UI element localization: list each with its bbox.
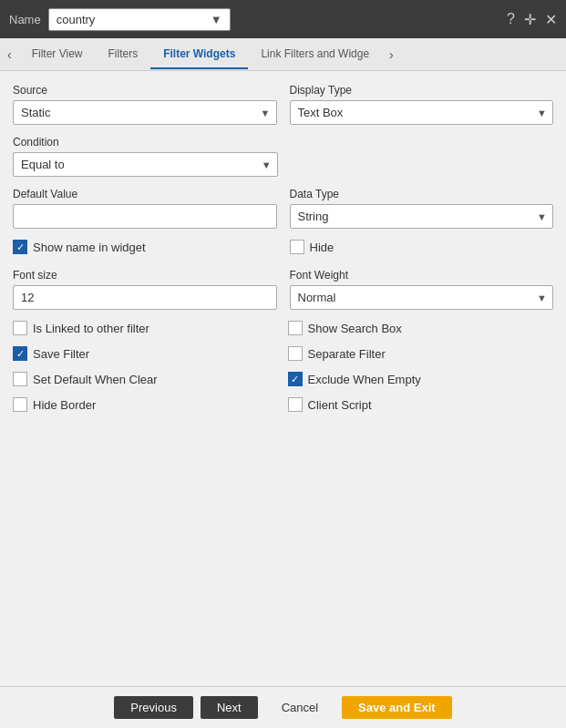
condition-label: Condition	[13, 136, 278, 149]
checkbox-grid: Is Linked to other filter Show Search Bo…	[13, 321, 553, 421]
data-type-col: Data Type String Integer Date ▼	[290, 188, 554, 229]
font-weight-col: Font Weight Normal Bold Light ▼	[290, 269, 554, 310]
footer: Previous Next Cancel Save and Exit	[0, 686, 566, 728]
move-icon[interactable]: ✛	[524, 11, 536, 28]
source-select[interactable]: Static Dynamic	[21, 106, 269, 119]
client-script-label: Client Script	[308, 398, 372, 412]
header: Name country ▼ ? ✛ ✕	[0, 0, 566, 38]
data-type-select-wrapper: String Integer Date ▼	[290, 204, 554, 229]
hide-checkbox[interactable]	[290, 240, 304, 254]
font-weight-label: Font Weight	[290, 269, 554, 282]
source-display-row: Source Static Dynamic ▼ Display Type Tex…	[13, 84, 553, 125]
save-filter-row: Save Filter	[13, 346, 279, 361]
default-datatype-row: Default Value Data Type String Integer D…	[13, 188, 553, 229]
is-linked-label: Is Linked to other filter	[33, 322, 149, 335]
default-value-col: Default Value	[13, 188, 277, 229]
exclude-empty-checkbox[interactable]	[288, 372, 303, 386]
default-value-input[interactable]	[13, 204, 277, 229]
font-row: Font size Font Weight Normal Bold Light …	[13, 269, 553, 310]
condition-select-wrapper: Equal to Contains ▼	[13, 152, 278, 177]
is-linked-checkbox[interactable]	[13, 321, 27, 335]
source-select-wrapper: Static Dynamic ▼	[13, 100, 277, 125]
header-icons: ? ✛ ✕	[507, 11, 557, 28]
set-default-row: Set Default When Clear	[13, 372, 279, 386]
display-type-select[interactable]: Text Box Dropdown	[298, 106, 546, 119]
display-type-col: Display Type Text Box Dropdown ▼	[290, 84, 554, 125]
name-dropdown[interactable]: country ▼	[48, 8, 231, 31]
tab-filter-view[interactable]: Filter View	[19, 40, 96, 69]
main-content: Source Static Dynamic ▼ Display Type Tex…	[0, 71, 566, 686]
name-dropdown-arrow: ▼	[211, 13, 222, 26]
hide-checkbox-label: Hide	[310, 241, 334, 254]
exclude-empty-label: Exclude When Empty	[308, 373, 421, 386]
hide-border-row: Hide Border	[13, 397, 279, 412]
font-weight-select-wrapper: Normal Bold Light ▼	[290, 285, 554, 310]
tab-filter-widgets[interactable]: Filter Widgets	[150, 40, 248, 69]
condition-col: Condition Equal to Contains ▼	[13, 136, 278, 177]
display-type-label: Display Type	[290, 84, 554, 97]
show-search-row: Show Search Box	[288, 321, 554, 335]
show-name-col: Show name in widget	[13, 240, 277, 263]
nav-next-arrow[interactable]: ›	[382, 40, 401, 69]
set-default-checkbox[interactable]	[13, 372, 27, 386]
is-linked-row: Is Linked to other filter	[13, 321, 279, 335]
default-value-label: Default Value	[13, 188, 277, 200]
nav-prev-arrow[interactable]: ‹	[0, 40, 19, 69]
close-icon[interactable]: ✕	[545, 11, 557, 28]
show-name-checkbox[interactable]	[13, 240, 27, 254]
show-name-hide-row: Show name in widget Hide	[13, 240, 553, 263]
save-filter-checkbox[interactable]	[13, 346, 27, 361]
hide-col: Hide	[290, 240, 554, 263]
save-exit-button[interactable]: Save and Exit	[342, 696, 452, 719]
show-name-checkbox-row: Show name in widget	[13, 240, 277, 254]
separate-filter-row: Separate Filter	[288, 346, 554, 361]
client-script-checkbox[interactable]	[288, 397, 303, 412]
show-search-label: Show Search Box	[308, 322, 402, 335]
font-weight-select[interactable]: Normal Bold Light	[298, 291, 546, 304]
save-filter-label: Save Filter	[33, 347, 89, 361]
exclude-empty-row: Exclude When Empty	[288, 372, 554, 386]
help-icon[interactable]: ?	[507, 11, 515, 28]
condition-select[interactable]: Equal to Contains	[21, 158, 270, 171]
set-default-label: Set Default When Clear	[33, 373, 158, 386]
font-size-input[interactable]	[13, 285, 277, 310]
tab-link-filters[interactable]: Link Filters and Widge	[248, 40, 382, 69]
client-script-row: Client Script	[288, 397, 554, 412]
font-size-col: Font size	[13, 269, 277, 310]
font-size-label: Font size	[13, 269, 277, 282]
next-button[interactable]: Next	[201, 696, 258, 719]
name-label: Name	[9, 13, 41, 26]
cancel-button[interactable]: Cancel	[265, 696, 334, 719]
separate-filter-checkbox[interactable]	[288, 346, 303, 361]
data-type-label: Data Type	[290, 188, 554, 200]
hide-checkbox-row: Hide	[290, 240, 554, 254]
condition-row: Condition Equal to Contains ▼	[13, 136, 553, 177]
previous-button[interactable]: Previous	[114, 696, 193, 719]
show-name-checkbox-label: Show name in widget	[33, 241, 146, 254]
hide-border-checkbox[interactable]	[13, 397, 27, 412]
name-value: country	[57, 13, 96, 26]
hide-border-label: Hide Border	[33, 398, 96, 412]
display-type-select-wrapper: Text Box Dropdown ▼	[290, 100, 554, 125]
tab-filters[interactable]: Filters	[95, 40, 150, 69]
data-type-select[interactable]: String Integer Date	[298, 210, 546, 223]
source-label: Source	[13, 84, 277, 97]
source-col: Source Static Dynamic ▼	[13, 84, 277, 125]
show-search-checkbox[interactable]	[288, 321, 303, 335]
separate-filter-label: Separate Filter	[308, 347, 386, 361]
nav-tabs: ‹ Filter View Filters Filter Widgets Lin…	[0, 38, 566, 71]
